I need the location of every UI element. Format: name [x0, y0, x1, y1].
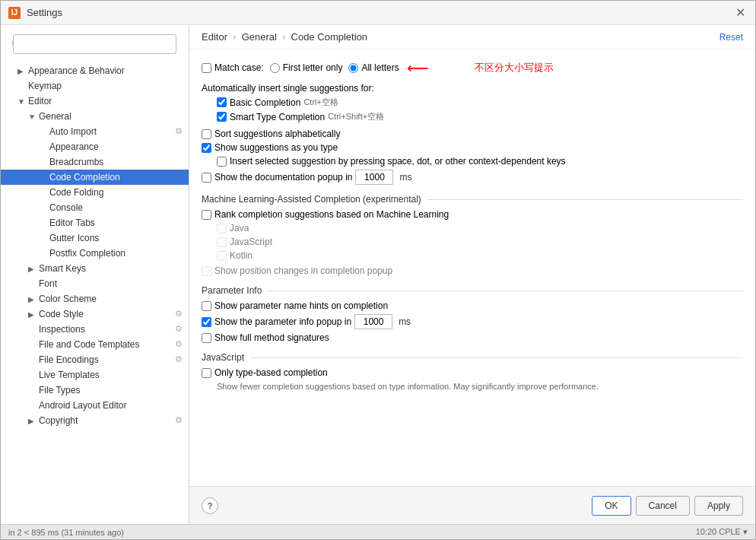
status-right: 10:20 CPLE ▾ — [696, 527, 748, 537]
param-popup-checkbox[interactable] — [202, 317, 211, 327]
sidebar-item-editor-tabs[interactable]: Editor Tabs — [1, 215, 189, 230]
param-full-sig-label[interactable]: Show full method signatures — [202, 332, 743, 343]
js-section-header: JavaScript — [202, 352, 743, 363]
sidebar-tree: ▶ Appearance & Behavior Keymap ▼ Editor … — [1, 63, 189, 524]
show-doc-popup-label[interactable]: Show the documentation popup in — [202, 172, 352, 183]
sidebar-item-label: Keymap — [28, 81, 183, 91]
sidebar-item-label: File Types — [39, 385, 183, 395]
sidebar-item-label: Editor Tabs — [49, 218, 183, 228]
match-case-row: Match case: First letter only All letter… — [202, 59, 743, 77]
basic-completion-label[interactable]: Basic Completion Ctrl+空格 — [217, 97, 743, 108]
sidebar-item-auto-import[interactable]: Auto Import ⚙ — [1, 124, 189, 139]
sidebar-item-inspections[interactable]: Inspections ⚙ — [1, 322, 189, 337]
apply-button[interactable]: Apply — [694, 496, 743, 516]
sidebar-item-label: Appearance & Behavior — [28, 65, 183, 76]
sidebar-item-postfix-completion[interactable]: Postfix Completion — [1, 246, 189, 261]
sidebar-item-gutter-icons[interactable]: Gutter Icons — [1, 230, 189, 246]
breadcrumb: Editor › General › Code Completion — [202, 31, 367, 43]
sidebar-item-file-types[interactable]: File Types — [1, 383, 189, 398]
sidebar-item-console[interactable]: Console — [1, 200, 189, 215]
right-panel: Editor › General › Code Completion Reset… — [189, 25, 755, 524]
sidebar-item-android-layout[interactable]: Android Layout Editor — [1, 398, 189, 413]
sidebar-item-file-code-templates[interactable]: File and Code Templates ⚙ — [1, 337, 189, 352]
sidebar-item-copyright[interactable]: ▶ Copyright ⚙ — [1, 413, 189, 428]
sidebar-item-font[interactable]: Font — [1, 276, 189, 291]
sidebar-item-label: Live Templates — [39, 370, 183, 380]
auto-insert-label: Automatically insert single suggestions … — [202, 83, 743, 94]
sidebar-item-label: Copyright — [39, 415, 172, 426]
ml-kotlin-text: Kotlin — [230, 250, 253, 261]
js-type-based-checkbox[interactable] — [202, 368, 211, 378]
basic-completion-text: Basic Completion — [230, 97, 300, 108]
show-doc-popup-checkbox[interactable] — [202, 173, 211, 183]
sort-alpha-row: Sort suggestions alphabetically — [202, 129, 743, 139]
param-name-hints-checkbox[interactable] — [202, 301, 211, 311]
help-button[interactable]: ? — [202, 497, 218, 514]
expand-arrow: ▼ — [17, 97, 28, 106]
first-letter-radio-label[interactable]: First letter only — [270, 62, 343, 73]
sidebar-item-code-completion[interactable]: Code Completion — [1, 170, 189, 185]
sidebar-item-code-folding[interactable]: Code Folding — [1, 185, 189, 200]
ml-position-text: Show position changes in completion popu… — [214, 265, 392, 276]
close-button[interactable]: ✕ — [732, 5, 748, 21]
basic-completion-checkbox[interactable] — [217, 97, 227, 107]
js-type-based-label[interactable]: Only type-based completion — [202, 367, 743, 378]
sort-alpha-checkbox[interactable] — [202, 129, 211, 139]
footer-left: ? — [202, 497, 218, 514]
cancel-button[interactable]: Cancel — [636, 496, 690, 516]
js-type-based-desc-text: Show fewer completion suggestions based … — [217, 382, 599, 391]
ml-rank-label[interactable]: Rank completion suggestions based on Mac… — [202, 209, 743, 220]
reset-link[interactable]: Reset — [719, 32, 743, 43]
gear-icon: ⚙ — [172, 354, 183, 365]
ok-button[interactable]: OK — [592, 496, 631, 516]
sidebar-item-smart-keys[interactable]: ▶ Smart Keys — [1, 261, 189, 276]
ml-java-text: Java — [230, 223, 249, 233]
breadcrumb-part2: General — [242, 31, 277, 43]
sidebar-item-breadcrumbs[interactable]: Breadcrumbs — [1, 154, 189, 170]
show-suggestions-label[interactable]: Show suggestions as you type — [202, 142, 743, 153]
sidebar-item-label: Postfix Completion — [49, 248, 183, 259]
sidebar-item-label: Code Completion — [49, 172, 183, 183]
sidebar-item-label: Color Scheme — [39, 294, 183, 304]
first-letter-radio[interactable] — [270, 63, 280, 73]
app-icon: IJ — [8, 7, 21, 19]
expand-arrow: ▶ — [17, 67, 28, 75]
sidebar-item-live-templates[interactable]: Live Templates — [1, 367, 189, 383]
insert-selected-checkbox[interactable] — [217, 157, 227, 167]
match-case-checkbox[interactable] — [202, 63, 211, 73]
doc-popup-value-input[interactable] — [355, 170, 393, 185]
sidebar: 🔍 ▶ Appearance & Behavior Keymap ▼ Edito… — [1, 25, 189, 524]
smart-completion-row: Smart Type Completion Ctrl+Shift+空格 — [202, 111, 743, 122]
section-divider — [427, 199, 743, 200]
sidebar-item-editor[interactable]: ▼ Editor — [1, 94, 189, 109]
param-full-sig-checkbox[interactable] — [202, 333, 211, 343]
param-popup-label[interactable]: Show the parameter info popup in — [202, 316, 351, 327]
sidebar-item-keymap[interactable]: Keymap — [1, 78, 189, 94]
sidebar-item-color-scheme[interactable]: ▶ Color Scheme — [1, 291, 189, 307]
sidebar-item-general[interactable]: ▼ General — [1, 109, 189, 124]
smart-completion-label[interactable]: Smart Type Completion Ctrl+Shift+空格 — [217, 111, 743, 122]
all-letters-radio-label[interactable]: All letters — [348, 62, 399, 73]
main-content: 🔍 ▶ Appearance & Behavior Keymap ▼ Edito… — [1, 25, 755, 524]
sort-alpha-label[interactable]: Sort suggestions alphabetically — [202, 129, 743, 139]
gear-icon: ⚙ — [172, 309, 183, 319]
insert-selected-row: Insert selected suggestion by pressing s… — [202, 156, 743, 167]
match-case-label[interactable]: Match case: — [202, 62, 264, 73]
param-popup-value-input[interactable] — [354, 314, 392, 329]
ml-rank-checkbox[interactable] — [202, 210, 211, 220]
sidebar-item-label: Breadcrumbs — [49, 157, 183, 167]
smart-completion-checkbox[interactable] — [217, 112, 227, 122]
sidebar-item-code-style[interactable]: ▶ Code Style ⚙ — [1, 307, 189, 322]
show-suggestions-checkbox[interactable] — [202, 143, 211, 153]
all-letters-radio[interactable] — [348, 63, 358, 73]
search-input[interactable] — [13, 34, 176, 54]
sidebar-item-file-encodings[interactable]: File Encodings ⚙ — [1, 352, 189, 367]
sidebar-item-label: Inspections — [39, 324, 172, 335]
title-bar: IJ Settings ✕ — [1, 1, 755, 25]
insert-selected-label[interactable]: Insert selected suggestion by pressing s… — [217, 156, 743, 167]
ml-javascript-label: JavaScript — [217, 237, 743, 247]
param-name-hints-label[interactable]: Show parameter name hints on completion — [202, 300, 743, 311]
sidebar-item-appearance[interactable]: Appearance — [1, 139, 189, 154]
sidebar-item-appearance-behavior[interactable]: ▶ Appearance & Behavior — [1, 63, 189, 78]
gear-icon: ⚙ — [172, 126, 183, 137]
